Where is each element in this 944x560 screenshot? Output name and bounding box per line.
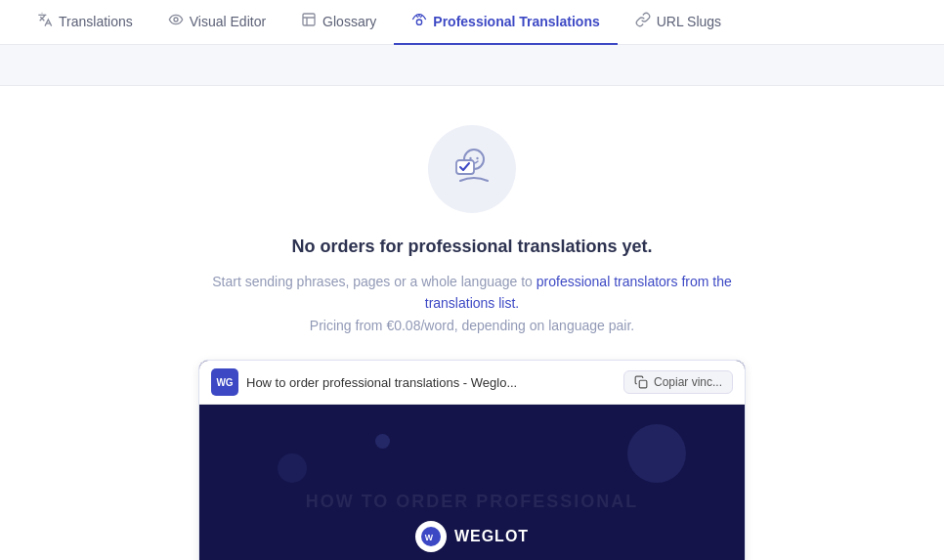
visual-editor-icon: [168, 12, 184, 31]
weglot-logo: W: [415, 521, 447, 552]
video-main[interactable]: HOW TO ORDER PROFESSIONAL W WEGLOT: [199, 405, 745, 560]
svg-point-5: [476, 157, 478, 159]
nav-bar: Translations Visual Editor Glossary Prof…: [0, 0, 944, 45]
video-card: WG How to order professional translation…: [198, 360, 746, 560]
empty-state-title: No orders for professional translations …: [291, 237, 652, 257]
copy-icon: [634, 375, 648, 389]
svg-point-0: [174, 18, 178, 22]
svg-rect-7: [639, 380, 647, 388]
video-top-bar-left: WG How to order professional translation…: [211, 368, 517, 396]
subtitle-text-1: Start sending phrases, pages or a whole …: [212, 274, 536, 289]
video-title: How to order professional translations -…: [246, 375, 517, 390]
url-slugs-icon: [635, 12, 651, 31]
nav-item-visual-editor[interactable]: Visual Editor: [150, 0, 283, 45]
video-bg-text: HOW TO ORDER PROFESSIONAL: [306, 492, 639, 512]
wg-logo: WG: [211, 368, 238, 396]
empty-state-icon-circle: [428, 125, 516, 213]
nav-visual-editor-label: Visual Editor: [190, 14, 266, 29]
person-with-checkmark-icon: [447, 142, 497, 196]
glossary-icon: [301, 12, 317, 31]
nav-glossary-label: Glossary: [322, 14, 376, 29]
weglot-brand-name: WEGLOT: [454, 528, 529, 545]
copy-link-button[interactable]: Copiar vinc...: [623, 370, 733, 394]
weglot-brand-bar: W WEGLOT: [415, 521, 529, 552]
subheader: [0, 45, 944, 86]
svg-text:W: W: [425, 533, 434, 542]
professional-translations-icon: [411, 12, 427, 31]
nav-professional-translations-label: Professional Translations: [433, 14, 599, 29]
main-content: No orders for professional translations …: [0, 86, 944, 560]
empty-state-subtitle: Start sending phrases, pages or a whole …: [198, 271, 746, 336]
nav-item-glossary[interactable]: Glossary: [283, 0, 394, 45]
video-top-bar: WG How to order professional translation…: [199, 361, 745, 405]
nav-url-slugs-label: URL Slugs: [657, 14, 721, 29]
svg-point-2: [417, 20, 422, 24]
svg-point-4: [469, 157, 471, 159]
svg-rect-1: [303, 14, 315, 25]
subtitle-text-2: Pricing from €0.08/word, depending on la…: [310, 318, 634, 333]
nav-translations-label: Translations: [59, 14, 133, 29]
nav-item-professional-translations[interactable]: Professional Translations: [394, 0, 617, 45]
nav-item-translations[interactable]: Translations: [20, 0, 150, 45]
copy-button-label: Copiar vinc...: [654, 375, 722, 389]
nav-item-url-slugs[interactable]: URL Slugs: [618, 0, 739, 45]
translations-icon: [37, 12, 53, 31]
